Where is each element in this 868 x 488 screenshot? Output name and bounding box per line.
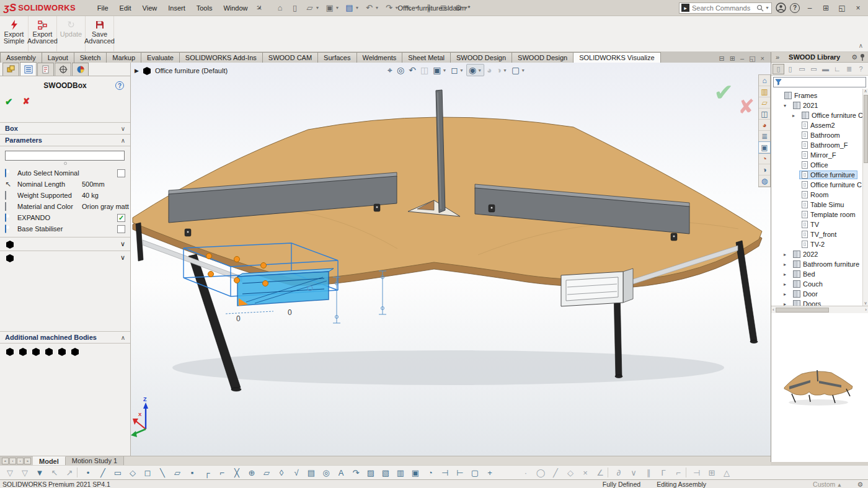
- open-document-icon[interactable]: ▱▼: [303, 2, 322, 13]
- library-tree-item[interactable]: Office: [771, 160, 868, 170]
- camera-view-icon[interactable]: ▢: [467, 467, 482, 479]
- command-tab[interactable]: SOLIDWORKS Add-Ins: [179, 52, 263, 63]
- custom-dropdown[interactable]: Custom▴: [813, 481, 841, 488]
- selection-filter-toggle-icon[interactable]: ▽: [2, 467, 17, 479]
- sketch-line-icon[interactable]: ╱: [95, 467, 110, 479]
- tree-expand-arrow[interactable]: ▸: [784, 282, 790, 287]
- first-tab-button[interactable]: «: [2, 458, 9, 464]
- home-icon[interactable]: ⌂▼: [273, 2, 287, 13]
- desk-model[interactable]: [133, 117, 762, 391]
- tree-expand-arrow[interactable]: ▸: [784, 272, 790, 277]
- library-tree-item[interactable]: Template room: [771, 210, 868, 220]
- minimize-document-icon[interactable]: –: [740, 55, 744, 63]
- new-document-icon[interactable]: ▯▼: [288, 2, 302, 13]
- equation-check-icon[interactable]: √: [289, 467, 304, 479]
- motion-study-tab[interactable]: Motion Study 1: [66, 456, 124, 465]
- mate-right-icon[interactable]: ⊢: [453, 467, 467, 479]
- restore-document-icon[interactable]: ◱: [749, 55, 755, 63]
- circle-tool-icon[interactable]: ◯: [533, 467, 548, 479]
- confirmation-ok-icon[interactable]: ✔: [714, 79, 733, 106]
- machined-body-3[interactable]: [31, 347, 41, 357]
- pin-menubar-icon[interactable]: ✈: [254, 2, 264, 13]
- machining-category-icon[interactable]: ∟: [832, 64, 843, 74]
- library-tree-item[interactable]: ▸ Bed: [771, 269, 868, 279]
- grid-system-icon[interactable]: ⊞: [704, 467, 719, 479]
- construction-line-icon[interactable]: ╳: [229, 467, 244, 479]
- machined-body-4[interactable]: [44, 347, 54, 357]
- breadcrumb[interactable]: ▶ Office furniture (Default): [135, 66, 228, 76]
- menu-item[interactable]: Edit: [114, 2, 137, 14]
- balloon-annotation-icon[interactable]: ▣: [408, 467, 423, 479]
- nominal-length-value[interactable]: 500mm: [82, 180, 105, 188]
- tangent-arc-icon[interactable]: ∂: [611, 467, 626, 479]
- property-manager-tab[interactable]: [20, 62, 37, 76]
- library-tree-item[interactable]: ▸ Office furniture C_SW: [771, 110, 868, 120]
- angled-plane-icon[interactable]: ▱: [259, 467, 274, 479]
- library-tree-item[interactable]: TV_front: [771, 229, 868, 239]
- tree-expand-arrow[interactable]: ▸: [784, 262, 790, 267]
- undo-icon[interactable]: ↶▼: [362, 2, 381, 13]
- close-button[interactable]: ×: [852, 4, 864, 12]
- edit-appearance-icon[interactable]: ◕▼: [485, 64, 494, 76]
- material-color-value[interactable]: Orion gray matt: [82, 203, 129, 210]
- note-annotation-icon[interactable]: ▤: [304, 467, 319, 479]
- box-section-header[interactable]: Box ∨: [0, 122, 130, 135]
- apply-scene-icon[interactable]: ◑▼: [495, 64, 509, 76]
- hide-show-items-icon[interactable]: ◉▼: [466, 64, 484, 76]
- ellipse-tool-icon[interactable]: ◇: [563, 467, 578, 479]
- parallel-relation-icon[interactable]: ∥: [641, 467, 656, 479]
- resize-grip[interactable]: [64, 162, 67, 165]
- library-horizontal-scrollbar[interactable]: ‹›: [771, 306, 868, 313]
- redo-icon[interactable]: ↷▼: [382, 2, 401, 13]
- save-icon[interactable]: ▣▼: [323, 2, 342, 13]
- corner-rectangle-icon[interactable]: ▭: [110, 467, 125, 479]
- menu-item[interactable]: Insert: [162, 2, 191, 14]
- library-tree-item[interactable]: ▾ 2021: [771, 100, 868, 110]
- library-vertical-scrollbar[interactable]: ∧∨: [862, 89, 868, 306]
- reference-plane-icon[interactable]: ▱: [170, 467, 185, 479]
- search-scope-icon[interactable]: ▸: [681, 4, 689, 12]
- extruded-boss-icon[interactable]: ◻: [140, 467, 155, 479]
- connectors-category-icon[interactable]: ▭: [797, 64, 807, 74]
- format-painter-icon[interactable]: A: [334, 467, 348, 479]
- cancel-button[interactable]: ✘: [23, 96, 30, 107]
- tree-expand-arrow[interactable]: ▸: [784, 291, 790, 297]
- command-tab[interactable]: Layout: [42, 52, 74, 63]
- zoom-to-area-icon[interactable]: ◎▼: [395, 64, 406, 76]
- view-settings-icon[interactable]: ▢▼: [510, 64, 527, 76]
- 3d-scene[interactable]: 0 0 Z X: [131, 63, 771, 456]
- sketch-polygon-icon[interactable]: ◇: [125, 467, 140, 479]
- command-tab[interactable]: SWOOD Design: [512, 52, 574, 63]
- library-tree-item[interactable]: Assem2: [771, 120, 868, 130]
- gear-icon[interactable]: ⚙: [851, 53, 857, 61]
- swood-cam-tab-icon[interactable]: ◔: [759, 153, 770, 164]
- zoom-to-selection-icon[interactable]: ◎: [319, 467, 334, 479]
- tree-expand-arrow[interactable]: ▾: [784, 103, 790, 109]
- corner-trim-icon[interactable]: ┌: [200, 467, 215, 479]
- point-small-icon[interactable]: ▪: [185, 467, 200, 479]
- section-view-icon[interactable]: ◫▼: [418, 64, 430, 76]
- appearances-scenes-icon[interactable]: ◕: [759, 120, 770, 131]
- view-orientation-icon[interactable]: ▣▼: [431, 64, 448, 76]
- select-tool-icon[interactable]: ↖: [47, 467, 62, 479]
- stack-view-icon[interactable]: ≣: [844, 64, 854, 74]
- command-tab[interactable]: SOLIDWORKS Visualize: [573, 52, 660, 63]
- machined-body-5[interactable]: [57, 347, 67, 357]
- machined-body-2[interactable]: [18, 347, 28, 357]
- prev-tab-button[interactable]: ‹: [9, 458, 16, 464]
- panels-category-icon[interactable]: ▯: [785, 64, 795, 74]
- next-tab-button[interactable]: ›: [17, 458, 24, 464]
- selected-drawer[interactable]: [237, 268, 334, 306]
- library-tree-item[interactable]: ▸ Doors: [771, 299, 868, 306]
- model-tab[interactable]: Model: [33, 456, 66, 465]
- library-tree-item[interactable]: ▸ Door: [771, 289, 868, 299]
- library-tree-item[interactable]: Frames: [771, 91, 868, 100]
- path-segment-icon[interactable]: ⌐: [215, 467, 229, 479]
- split-tool-icon[interactable]: ∨: [626, 467, 641, 479]
- library-tree-item[interactable]: Bathroom: [771, 130, 868, 140]
- sketch-point-icon[interactable]: •: [81, 467, 95, 479]
- tree-expand-arrow[interactable]: ▸: [784, 301, 790, 306]
- swood-report-tab-icon[interactable]: ◑: [759, 164, 770, 175]
- menu-item[interactable]: Tools: [191, 2, 218, 14]
- parameters-section-header[interactable]: Parameters ∧: [0, 135, 130, 146]
